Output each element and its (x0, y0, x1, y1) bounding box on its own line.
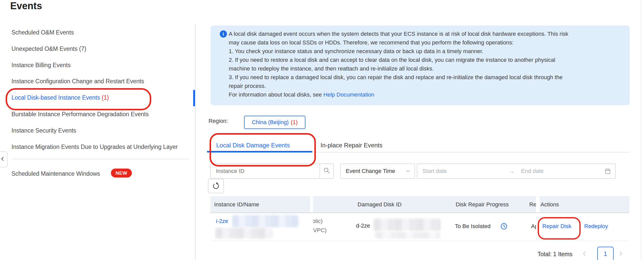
sidebar-item-unexpected-om[interactable]: Unexpected O&M Events (7) (12, 44, 86, 54)
events-page: Events Scheduled O&M Events Unexpected O… (0, 0, 644, 260)
region-button-text: China (Beijing) (252, 119, 289, 126)
ip-public-suffix: blic) (312, 218, 323, 225)
end-date-placeholder: End date (521, 168, 544, 174)
col-header-damaged-disk-id: Damaged Disk ID (358, 201, 401, 208)
sidebar-divider (12, 159, 189, 159)
banner-text-line: repair process. (229, 82, 626, 90)
search-icon (323, 167, 330, 175)
new-badge: NEW (111, 169, 132, 178)
tab-local-disk-damage-events[interactable]: Local Disk Damage Events (216, 141, 290, 149)
sidebar-item-config-restart[interactable]: Instance Configuration Change and Restar… (12, 76, 144, 86)
chevron-right-icon (618, 251, 624, 258)
instance-id-input[interactable] (215, 168, 319, 175)
page-number-button[interactable]: 1 (597, 247, 614, 260)
redacted-instance-id (232, 215, 298, 227)
repair-disk-action[interactable]: Repair Disk (542, 223, 571, 230)
clock-icon (500, 223, 508, 230)
redacted-instance-name (215, 228, 273, 239)
banner-text-line: 2. If you need to restore a local disk a… (229, 56, 626, 64)
chevron-left-icon (0, 156, 5, 163)
scrollbar-track[interactable] (641, 0, 641, 260)
calendar-icon (604, 168, 611, 175)
banner-text-line: 1. You check your instance status and sy… (229, 47, 626, 56)
annotation-oval-tab (210, 133, 316, 167)
banner-text-line: 3. If you need to replace a damaged loca… (229, 73, 626, 82)
tab-in-place-repair-events[interactable]: In-place Repair Events (320, 141, 383, 149)
fixed-column-gap-left (310, 196, 313, 241)
col-header-clipped: Re (529, 201, 536, 208)
table-header (210, 196, 629, 213)
date-range-picker[interactable]: Start date → End date (417, 163, 616, 179)
event-change-time-dropdown[interactable]: Event Change Time (340, 163, 415, 179)
sidebar-content-divider (195, 23, 195, 260)
sidebar-active-indicator (193, 90, 195, 106)
range-arrow-icon: → (509, 168, 515, 175)
clipped-cell-text: Ap (531, 223, 536, 230)
banner-text-line: may cause data loss on local SSDs or HDD… (229, 38, 626, 47)
start-date-placeholder: Start date (422, 168, 447, 174)
redacted-disk-extra (375, 232, 440, 239)
banner-text-line: machine to redeploy the instance, and th… (229, 64, 626, 73)
sidebar-item-migration[interactable]: Instance Migration Events Due to Upgrade… (12, 142, 178, 152)
region-filter-button[interactable]: China (Beijing) (1) (244, 116, 305, 129)
info-banner: i A local disk damaged event occurs when… (211, 26, 630, 105)
sidebar-item-local-disk[interactable]: Local Disk-based Instance Events (1) (12, 92, 109, 103)
help-documentation-link[interactable]: Help Documentation (324, 91, 374, 98)
instance-id-searchbox (210, 163, 334, 179)
actions-separator (579, 223, 580, 230)
col-header-actions: Actions (540, 201, 559, 208)
table-header-border (210, 212, 629, 213)
sidebar-item-security[interactable]: Instance Security Events (12, 125, 76, 136)
info-icon: i (220, 30, 227, 38)
sidebar-item-local-disk-label: Local Disk-based Instance Events (12, 94, 100, 101)
col-header-disk-repair-progress: Disk Repair Progress (456, 201, 509, 208)
fixed-column-gap-right (536, 196, 539, 241)
sidebar-item-scheduled-om[interactable]: Scheduled O&M Events (12, 27, 74, 38)
banner-footer-text: For information about local disks, see (229, 91, 324, 98)
disk-id-prefix: d-2ze (356, 222, 370, 229)
sidebar-item-local-disk-count: (1) (102, 94, 109, 101)
chevron-left-icon (581, 251, 588, 258)
sidebar-collapse-button[interactable] (0, 151, 8, 168)
active-tab-underline (207, 151, 312, 152)
banner-text-line: A local disk damaged event occurs when t… (229, 30, 626, 38)
redacted-disk-id (373, 219, 441, 231)
col-header-instance-id-name: Instance ID/Name (214, 201, 259, 208)
region-button-count: (1) (291, 119, 298, 126)
next-page-button[interactable] (617, 250, 625, 258)
total-items-label: Total: 1 Items (521, 251, 572, 258)
refresh-icon (212, 182, 220, 191)
instance-id-link[interactable]: i-2ze (216, 218, 228, 225)
row-bottom-border (210, 241, 629, 241)
ip-vpc-suffix: (VPC) (311, 227, 327, 234)
sidebar-item-burstable[interactable]: Burstable Instance Performance Degradati… (12, 109, 149, 119)
redeploy-action[interactable]: Redeploy (584, 223, 608, 230)
page-title: Events (10, 1, 42, 11)
event-change-time-label: Event Change Time (346, 168, 395, 174)
search-button[interactable] (320, 167, 333, 175)
region-label: Region: (209, 118, 228, 124)
sidebar-item-maintenance-windows[interactable]: Scheduled Maintenance Windows (12, 169, 100, 179)
chevron-down-icon (405, 168, 411, 174)
repair-progress-status: To Be Isolated (455, 223, 490, 230)
prev-page-button[interactable] (581, 250, 588, 258)
refresh-button[interactable] (208, 179, 224, 193)
sidebar-item-billing[interactable]: Instance Billing Events (12, 60, 71, 70)
